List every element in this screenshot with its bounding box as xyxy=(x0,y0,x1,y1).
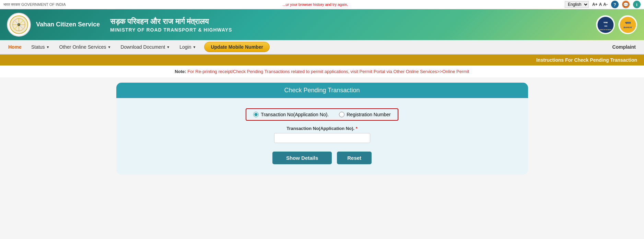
service-name: Vahan Citizen Service xyxy=(36,21,100,28)
registration-no-radio[interactable] xyxy=(339,112,344,117)
transaction-no-label: Transaction No(Application No). xyxy=(261,112,329,117)
help-icon[interactable]: ? xyxy=(611,1,619,8)
font-decrease-btn[interactable]: A- xyxy=(603,2,608,7)
font-increase-btn[interactable]: A+ xyxy=(592,2,598,7)
svg-text:भारत: भारत xyxy=(604,25,607,27)
header-logos: स्वच्छ भारत SWACHH BHARAT भारत BHARAT xyxy=(596,15,637,34)
main-content: Check Pending Transaction Transaction No… xyxy=(0,77,644,180)
gov-label: भारत सरकार GOVERNMENT OF INDIA xyxy=(3,2,66,7)
error-text: ...ur your browser history and try again… xyxy=(282,2,348,7)
login-dropdown-arrow: ▼ xyxy=(193,45,196,49)
search-type-radio-group: Transaction No(Application No). Registra… xyxy=(246,108,398,121)
transaction-no-input[interactable] xyxy=(274,133,370,143)
header: Vahan Citizen Service सड़क परिवहन और राज… xyxy=(0,9,644,40)
ministry-text: सड़क परिवहन और राज मार्ग मंत्रालय MINIST… xyxy=(110,17,232,33)
card-title: Check Pending Transaction xyxy=(116,83,528,98)
transaction-form-group: Transaction No(Application No). * xyxy=(274,126,370,143)
required-marker: * xyxy=(354,126,358,131)
transaction-field-label: Transaction No(Application No). * xyxy=(286,126,358,131)
ashoka-emblem-logo xyxy=(7,13,31,37)
action-buttons: Show Details Reset xyxy=(272,152,372,164)
svg-text:भारत: भारत xyxy=(625,21,631,24)
svg-point-11 xyxy=(620,16,636,33)
svg-text:SWACHH BHARAT: SWACHH BHARAT xyxy=(599,28,612,30)
complaint-link[interactable]: Complaint xyxy=(608,41,641,53)
nav-other-online-services[interactable]: Other Online Services ▼ xyxy=(55,41,116,53)
ministry-hindi: सड़क परिवहन और राज मार्ग मंत्रालय xyxy=(110,17,232,26)
chat-icon[interactable]: 💬 xyxy=(622,1,630,8)
note-bar: Note: For Re-printing receipt/Check Pend… xyxy=(0,65,644,77)
nav-home[interactable]: Home xyxy=(3,41,26,53)
nav-download-document[interactable]: Download Document ▼ xyxy=(116,41,175,53)
check-pending-card: Check Pending Transaction Transaction No… xyxy=(116,83,528,175)
other-services-dropdown-arrow: ▼ xyxy=(107,45,111,49)
ministry-eng: MINISTRY OF ROAD TRANSPORT & HIGHWAYS xyxy=(110,27,232,33)
instructions-bar[interactable]: Instructions For Check Pending Transacti… xyxy=(0,55,644,65)
svg-text:स्वच्छ: स्वच्छ xyxy=(603,21,608,23)
top-bar-right: English A+ A A- ? 💬 i xyxy=(565,1,641,8)
update-mobile-button[interactable]: Update Mobile Number xyxy=(204,42,269,52)
note-text: For Re-printing receipt/Check Pending Tr… xyxy=(187,69,469,74)
transaction-no-radio-label[interactable]: Transaction No(Application No). xyxy=(253,112,329,117)
top-bar: भारत सरकार GOVERNMENT OF INDIA ...ur you… xyxy=(0,0,644,9)
swachh-bharat-logo: स्वच्छ भारत SWACHH BHARAT xyxy=(596,15,615,34)
status-dropdown-arrow: ▼ xyxy=(46,45,50,49)
svg-text:BHARAT: BHARAT xyxy=(623,26,632,28)
show-details-button[interactable]: Show Details xyxy=(272,152,332,164)
font-size-controls: A+ A A- xyxy=(592,2,608,7)
note-label: Note: xyxy=(175,69,186,74)
navbar: Home Status ▼ Other Online Services ▼ Do… xyxy=(0,40,644,55)
font-normal-btn[interactable]: A xyxy=(599,2,602,7)
nav-status[interactable]: Status ▼ xyxy=(26,41,55,53)
registration-no-radio-label[interactable]: Registration Number xyxy=(339,112,390,117)
info-icon[interactable]: i xyxy=(633,1,641,8)
transaction-no-radio[interactable] xyxy=(253,112,259,117)
reset-button[interactable]: Reset xyxy=(337,152,372,164)
card-body: Transaction No(Application No). Registra… xyxy=(116,98,528,175)
bharat-logo: भारत BHARAT xyxy=(618,15,637,34)
nav-login[interactable]: Login ▼ xyxy=(175,41,201,53)
language-select[interactable]: English xyxy=(565,1,589,8)
registration-no-label: Registration Number xyxy=(347,112,390,117)
download-dropdown-arrow: ▼ xyxy=(166,45,170,49)
